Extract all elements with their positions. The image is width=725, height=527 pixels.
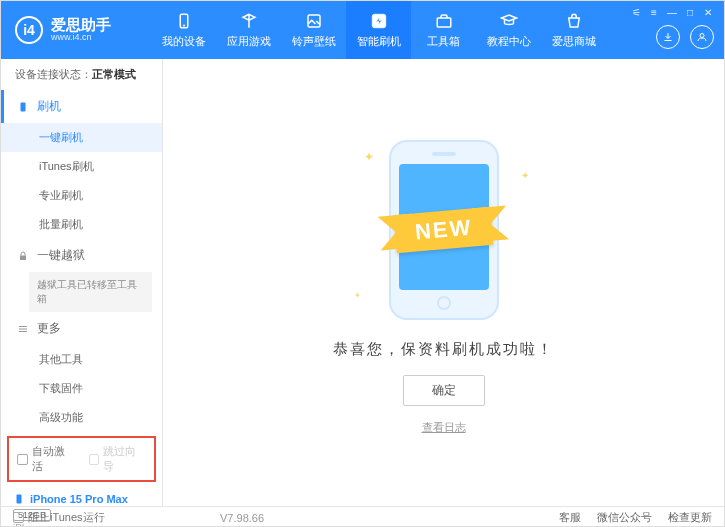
phone-small-icon: [17, 101, 29, 113]
svg-point-1: [183, 24, 185, 26]
options-highlight-box: 自动激活 跳过向导: [7, 436, 156, 482]
sidebar-item-oneclick-flash[interactable]: 一键刷机: [1, 123, 162, 152]
brand-name: 爱思助手: [51, 17, 111, 32]
svg-rect-7: [20, 255, 26, 260]
feedback-icon[interactable]: ⚟: [628, 5, 644, 19]
section-title: 更多: [37, 320, 61, 337]
svg-rect-2: [308, 15, 320, 27]
close-icon[interactable]: ✕: [700, 5, 716, 19]
auto-activate-checkbox[interactable]: 自动激活: [17, 444, 75, 474]
sidebar: 设备连接状态：正常模式 刷机 一键刷机 iTunes刷机 专业刷机 批量刷机 一…: [1, 59, 163, 506]
nav-label: 智能刷机: [357, 34, 401, 49]
view-log-link[interactable]: 查看日志: [422, 420, 466, 435]
nav-apps[interactable]: 应用游戏: [216, 1, 281, 59]
version-label: V7.98.66: [220, 512, 264, 524]
footer-link-update[interactable]: 检查更新: [668, 510, 712, 525]
store-icon: [564, 12, 584, 30]
nav-label: 爱思商城: [552, 34, 596, 49]
wallpaper-icon: [304, 12, 324, 30]
device-icon: [13, 492, 25, 506]
nav-ringtones[interactable]: 铃声壁纸: [281, 1, 346, 59]
menu-icon[interactable]: ≡: [646, 5, 662, 19]
svg-rect-6: [21, 102, 26, 111]
ok-button[interactable]: 确定: [403, 375, 485, 406]
nav-label: 我的设备: [162, 34, 206, 49]
sidebar-item-itunes-flash[interactable]: iTunes刷机: [1, 152, 162, 181]
sidebar-section-more[interactable]: 更多: [1, 312, 162, 345]
section-title: 刷机: [37, 98, 61, 115]
nav-my-device[interactable]: 我的设备: [151, 1, 216, 59]
menu-lines-icon: [17, 323, 29, 335]
footer-link-support[interactable]: 客服: [559, 510, 581, 525]
sidebar-item-download-firmware[interactable]: 下载固件: [1, 374, 162, 403]
maximize-icon[interactable]: □: [682, 5, 698, 19]
tutorial-icon: [499, 12, 519, 30]
main-content: ✦ ✦ ✦ NEW 恭喜您，保资料刷机成功啦！ 确定 查看日志: [163, 59, 724, 506]
download-icon[interactable]: [656, 25, 680, 49]
nav-label: 工具箱: [427, 34, 460, 49]
jailbreak-moved-note: 越狱工具已转移至工具箱: [29, 272, 152, 312]
sidebar-section-jailbreak[interactable]: 一键越狱: [1, 239, 162, 272]
nav-tutorials[interactable]: 教程中心: [476, 1, 541, 59]
phone-illustration: ✦ ✦ ✦ NEW: [344, 140, 544, 320]
svg-point-5: [700, 34, 704, 38]
footer-link-wechat[interactable]: 微信公众号: [597, 510, 652, 525]
svg-rect-4: [437, 18, 451, 27]
logo-icon: i4: [15, 16, 43, 44]
svg-rect-8: [17, 495, 22, 504]
nav-label: 铃声壁纸: [292, 34, 336, 49]
sidebar-item-pro-flash[interactable]: 专业刷机: [1, 181, 162, 210]
lock-icon: [17, 250, 29, 262]
block-itunes-checkbox[interactable]: 阻止iTunes运行: [13, 510, 105, 525]
brand-logo: i4 爱思助手 www.i4.cn: [1, 16, 151, 44]
skip-setup-checkbox[interactable]: 跳过向导: [89, 444, 147, 474]
connection-status: 设备连接状态：正常模式: [1, 59, 162, 90]
nav-store[interactable]: 爱思商城: [541, 1, 606, 59]
device-name-row[interactable]: iPhone 15 Pro Max: [13, 492, 150, 506]
phone-icon: [174, 12, 194, 30]
title-bar: i4 爱思助手 www.i4.cn 我的设备 应用游戏 铃声壁纸 智能刷机 工具…: [1, 1, 724, 59]
sidebar-item-other-tools[interactable]: 其他工具: [1, 345, 162, 374]
minimize-icon[interactable]: —: [664, 5, 680, 19]
toolbox-icon: [434, 12, 454, 30]
nav-label: 教程中心: [487, 34, 531, 49]
sidebar-item-batch-flash[interactable]: 批量刷机: [1, 210, 162, 239]
user-icon[interactable]: [690, 25, 714, 49]
sidebar-item-advanced[interactable]: 高级功能: [1, 403, 162, 432]
section-title: 一键越狱: [37, 247, 85, 264]
sidebar-section-flash[interactable]: 刷机: [1, 90, 162, 123]
brand-url: www.i4.cn: [51, 32, 111, 43]
flash-icon: [369, 12, 389, 30]
apps-icon: [239, 12, 259, 30]
nav-label: 应用游戏: [227, 34, 271, 49]
nav-toolbox[interactable]: 工具箱: [411, 1, 476, 59]
nav-smart-flash[interactable]: 智能刷机: [346, 1, 411, 59]
success-message: 恭喜您，保资料刷机成功啦！: [333, 340, 554, 359]
